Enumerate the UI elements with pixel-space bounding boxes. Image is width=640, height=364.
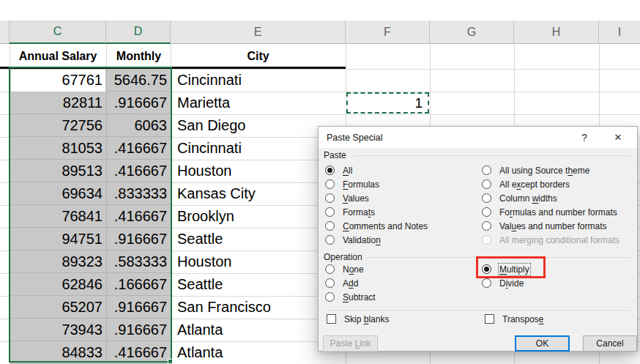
radio-paste-formulas-number-formats[interactable]: Formulas and number formats [482,206,617,218]
cell-city[interactable]: Marietta [171,92,346,114]
radio-icon [482,193,491,203]
radio-icon [325,292,335,302]
column-header-I[interactable]: I [599,21,640,44]
radio-icon [325,179,335,189]
checkbox-transpose[interactable]: Transpose [485,313,543,325]
paste-group-line [352,155,631,156]
radio-paste-validation[interactable]: Validation [325,234,381,246]
paste-group-label: Paste [324,150,346,160]
radio-label: Values [343,193,369,204]
radio-paste-values-number-formats[interactable]: Values and number formats [482,220,607,232]
radio-paste-comments-notes[interactable]: Comments and Notes [325,220,428,232]
column-header-F[interactable]: F [346,21,430,44]
radio-label: All except borders [499,179,570,190]
radio-icon [325,207,335,217]
radio-icon [482,235,491,245]
column-header-b[interactable] [0,21,10,44]
radio-icon [325,221,335,231]
radio-paste-formulas[interactable]: Formulas [325,178,379,190]
radio-label: None [343,264,364,275]
cell-city[interactable]: Cincinnati [171,69,346,92]
radio-label: All [343,166,352,176]
radio-icon [325,166,335,175]
radio-op-subtract[interactable]: Subtract [325,291,376,303]
radio-label: Formulas [343,179,379,190]
radio-paste-values[interactable]: Values [325,192,369,204]
radio-label: Formulas and number formats [499,207,617,218]
radio-icon [325,193,335,203]
checkbox-label: Skip blanks [344,314,389,324]
radio-icon [482,179,491,189]
help-icon[interactable]: ? [573,127,595,148]
section-separator [324,311,631,312]
radio-icon [482,221,491,231]
button-label: Cancel [596,338,623,349]
radio-label: All using Source theme [499,166,589,176]
button-label: Paste Link [330,338,371,349]
radio-label: Subtract [343,292,376,302]
ok-button[interactable]: OK [515,335,570,352]
header-annual-salary[interactable]: Annual Salary [10,44,106,68]
checkbox-icon [327,314,336,324]
paste-special-dialog: Paste Special ? ✕ Paste All Formulas Val… [318,126,638,352]
selection-border [9,67,172,363]
radio-paste-formats[interactable]: Formats [325,206,375,218]
column-header-E[interactable]: E [171,21,346,44]
radio-icon [482,278,491,288]
fill-handle[interactable] [168,359,173,364]
radio-label: Divide [499,278,524,289]
radio-label: Comments and Notes [343,221,428,231]
radio-op-divide[interactable]: Divide [482,277,524,289]
header-city[interactable]: City [171,44,346,68]
column-header-D[interactable]: D [106,21,171,44]
radio-label: Add [343,278,358,289]
radio-label: Column widths [499,193,557,204]
checkbox-icon [485,314,494,324]
excel-window: CDEFGHI Annual Salary Monthly City 67761… [0,0,640,364]
paste-link-button: Paste Link [323,335,378,352]
checkbox-label: Transpose [502,314,543,324]
close-icon[interactable]: ✕ [607,127,629,148]
radio-paste-all-source-theme[interactable]: All using Source theme [482,164,589,177]
operation-group-label: Operation [324,252,362,262]
radio-icon [325,235,335,245]
cancel-button[interactable]: Cancel [583,335,637,352]
radio-icon [325,264,335,274]
radio-paste-all-merging-conditional: All merging conditional formats [482,234,619,246]
radio-op-add[interactable]: Add [325,277,358,289]
radio-label: Values and number formats [499,221,607,231]
radio-label: Validation [343,235,381,245]
radio-icon [482,207,491,217]
column-header-G[interactable]: G [430,21,514,44]
header-monthly[interactable]: Monthly [107,44,171,68]
dialog-title: Paste Special [319,133,382,143]
radio-paste-column-widths[interactable]: Column widths [482,192,557,204]
radio-icon [482,166,491,175]
copied-cell-f2[interactable]: 1 [346,92,429,114]
radio-paste-all-except-borders[interactable]: All except borders [482,178,570,190]
button-label: OK [536,338,548,349]
radio-paste-all[interactable]: All [325,164,352,177]
radio-icon [325,278,335,288]
multiply-highlight-box [476,256,546,278]
column-header-C[interactable]: C [10,21,106,44]
radio-label: All merging conditional formats [499,235,619,245]
checkbox-skip-blanks[interactable]: Skip blanks [327,313,389,325]
radio-op-none[interactable]: None [325,263,364,275]
radio-label: Formats [343,207,375,218]
column-header-H[interactable]: H [514,21,599,44]
